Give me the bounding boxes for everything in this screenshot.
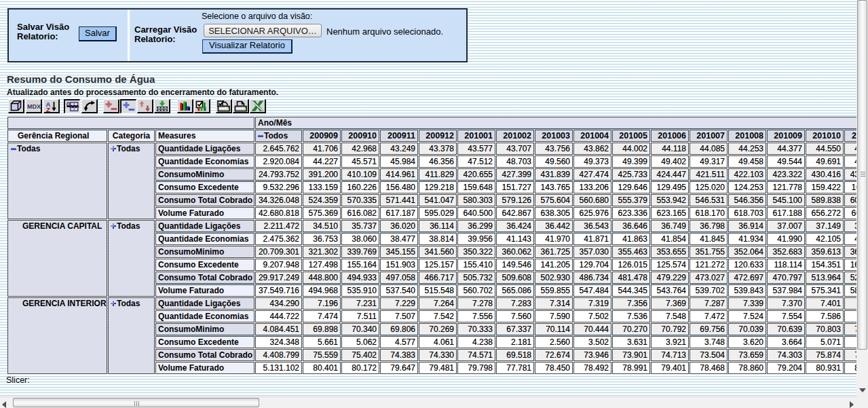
svg-text:Z: Z bbox=[46, 106, 50, 113]
svg-text:MDX: MDX bbox=[27, 103, 41, 110]
